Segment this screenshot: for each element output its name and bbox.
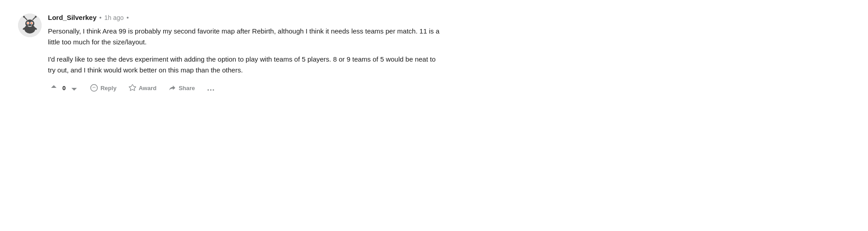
svg-point-13 bbox=[91, 85, 98, 91]
paragraph-2: I'd really like to see the devs experime… bbox=[48, 54, 441, 76]
reply-label: Reply bbox=[100, 85, 116, 91]
separator-2: • bbox=[127, 14, 129, 21]
award-icon bbox=[128, 84, 137, 92]
comment-header: Lord_Silverkey • 1h ago • bbox=[48, 14, 441, 21]
upvote-button[interactable] bbox=[48, 82, 60, 94]
separator-1: • bbox=[99, 14, 102, 21]
action-bar: 0 Reply Award bbox=[48, 82, 441, 94]
vote-group: 0 bbox=[48, 82, 80, 94]
comment-text: Personally, I think Area 99 is probably … bbox=[48, 26, 441, 76]
comment-body: Lord_Silverkey • 1h ago • Personally, I … bbox=[48, 14, 441, 94]
downvote-button[interactable] bbox=[68, 82, 80, 94]
svg-point-10 bbox=[35, 16, 37, 18]
downvote-icon bbox=[70, 84, 78, 92]
share-label: Share bbox=[179, 85, 195, 91]
timestamp: 1h ago bbox=[104, 14, 124, 21]
award-button[interactable]: Award bbox=[127, 82, 159, 94]
share-icon bbox=[168, 84, 176, 92]
paragraph-1: Personally, I think Area 99 is probably … bbox=[48, 26, 441, 48]
more-options-button[interactable]: … bbox=[205, 84, 217, 92]
username: Lord_Silverkey bbox=[48, 14, 97, 21]
upvote-icon bbox=[50, 84, 58, 92]
award-label: Award bbox=[139, 85, 157, 91]
reply-button[interactable]: Reply bbox=[88, 82, 118, 94]
svg-point-8 bbox=[23, 16, 25, 18]
comment: Lord_Silverkey • 1h ago • Personally, I … bbox=[18, 14, 441, 94]
avatar bbox=[18, 14, 42, 37]
reply-icon bbox=[90, 84, 98, 92]
share-button[interactable]: Share bbox=[166, 82, 197, 94]
svg-point-5 bbox=[28, 23, 29, 24]
svg-point-6 bbox=[31, 23, 33, 24]
vote-count: 0 bbox=[62, 85, 66, 91]
